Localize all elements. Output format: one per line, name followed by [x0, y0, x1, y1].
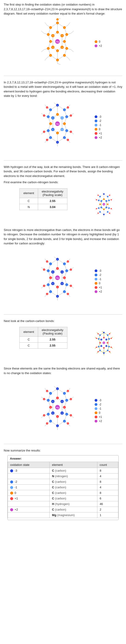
- molecule-4-svg: Mg N N N N C C C C C C C C C C C C C C H…: [24, 384, 91, 437]
- svg-text:N: N: [52, 129, 54, 130]
- molecule-cc-svg: Mg N N N N C C C C C C C C C C C C C C H…: [85, 325, 122, 364]
- cn-table-row-C: C 2.55: [20, 198, 67, 204]
- molecule-2-container: Mg N N N N C C C C C C C C C C C C C C: [4, 100, 122, 154]
- legend2-dot-0: [95, 115, 97, 118]
- legend2-dot-5: [95, 136, 97, 139]
- svg-text:H: H: [47, 140, 48, 141]
- svg-text:C: C: [64, 277, 65, 279]
- svg-text:N: N: [62, 35, 63, 36]
- count-cell-5: 6: [97, 496, 118, 501]
- svg-text:H: H: [98, 352, 98, 352]
- molecule-3-svg: Mg N N N N C C C C C C C C C C C C C C H…: [24, 254, 91, 308]
- count-cell-7: 2: [97, 507, 118, 512]
- svg-text:N: N: [52, 46, 54, 48]
- svg-text:C: C: [48, 34, 49, 36]
- svg-text:Mg: Mg: [103, 342, 105, 344]
- legend2-label-4: +1: [99, 132, 102, 135]
- svg-text:H: H: [67, 423, 68, 424]
- cn-bonds-text: With hydrogen out of the way, look at th…: [4, 165, 122, 178]
- svg-text:C: C: [64, 264, 65, 265]
- answer-label: Answer:: [8, 456, 118, 462]
- svg-text:N: N: [52, 117, 54, 119]
- post-cn-section: Mg N N N N C C C C C C C C C C C C C C H…: [0, 250, 126, 312]
- svg-text:H: H: [70, 115, 71, 116]
- svg-text:H: H: [67, 140, 68, 141]
- svg-text:C: C: [50, 421, 51, 422]
- count-cell-6: 46: [97, 501, 118, 507]
- svg-text:N: N: [52, 401, 54, 402]
- element-cell-4: C (carbon): [50, 490, 97, 496]
- count-cell-2: 8: [97, 479, 118, 484]
- cn-en-C: 2.55: [38, 198, 67, 204]
- svg-text:H: H: [96, 338, 97, 339]
- result-dot-4: [10, 492, 13, 494]
- legend3-label-3: 0: [99, 282, 100, 285]
- legend-3: -3 -2 -1 0 +1 +2: [95, 269, 102, 293]
- svg-text:H: H: [44, 269, 45, 270]
- svg-text:H: H: [109, 195, 110, 196]
- legend4-label-3: 0: [99, 411, 100, 414]
- cc-th-element: element: [20, 327, 38, 336]
- svg-text:C: C: [57, 259, 58, 260]
- svg-text:N: N: [52, 271, 54, 273]
- cn-table-header-row: element electronegativity(Pauling scale): [20, 188, 67, 198]
- element-cell-3: C (carbon): [50, 484, 97, 490]
- svg-text:C: C: [64, 137, 65, 138]
- answer-box: Answer: oxidation state element count -3…: [7, 455, 119, 520]
- results-table: oxidation state element count -3C (carbo…: [8, 462, 118, 518]
- svg-text:H: H: [47, 294, 48, 295]
- svg-text:C: C: [57, 268, 58, 270]
- molecule-1-svg: Mg N N N N C C C C C C C C C C C C C C: [24, 18, 91, 69]
- svg-text:Mg: Mg: [56, 123, 59, 125]
- legend-item-1: +2: [95, 44, 102, 48]
- count-cell-4: 8: [97, 490, 118, 496]
- cn-th-element: element: [20, 188, 38, 198]
- legend4-item-4: +1: [95, 415, 102, 418]
- count-cell-0: 8: [97, 468, 118, 473]
- svg-text:H: H: [44, 399, 45, 400]
- results-row-8: Mg (magnesium)1: [8, 512, 118, 518]
- count-cell-3: 4: [97, 484, 118, 490]
- svg-line-33: [71, 31, 74, 33]
- result-dot-2: [10, 480, 13, 484]
- svg-text:H: H: [111, 338, 112, 339]
- svg-text:H: H: [109, 352, 110, 352]
- molecule-1-container: Mg N N N N C C C C C C C C C C C C C C: [4, 18, 122, 69]
- legend3-dot-0: [95, 270, 97, 272]
- results-row-0: -3C (carbon)8: [8, 468, 118, 473]
- intro-text: The first step in finding the oxidation …: [4, 2, 122, 16]
- svg-text:C: C: [64, 291, 65, 292]
- svg-text:C: C: [57, 425, 58, 427]
- legend3-item-2: -1: [95, 278, 102, 281]
- svg-text:C: C: [66, 284, 67, 286]
- legend2-item-4: +1: [95, 132, 102, 135]
- legend3-label-4: +1: [99, 286, 102, 289]
- svg-line-37: [68, 58, 70, 60]
- molecule-3-container: Mg N N N N C C C C C C C C C C C C C C H…: [4, 254, 122, 308]
- count-cell-8: 1: [97, 512, 118, 518]
- cc-electronegativity-table: element electronegativity(Pauling scale)…: [19, 327, 67, 349]
- legend2-label-5: +2: [99, 136, 102, 139]
- legend2-label-0: -3: [99, 115, 101, 118]
- legend3-item-1: -2: [95, 273, 102, 276]
- oxidation-cell-1: [8, 473, 50, 479]
- oxidation-cell-6: [8, 501, 50, 507]
- svg-line-47: [45, 22, 47, 25]
- svg-text:C: C: [50, 27, 51, 28]
- svg-text:N: N: [62, 412, 63, 414]
- svg-text:H: H: [70, 269, 71, 270]
- svg-text:H: H: [47, 423, 48, 424]
- legend2-item-1: -2: [95, 119, 102, 122]
- legend-1: 0 +2: [95, 40, 102, 48]
- svg-text:H: H: [96, 200, 97, 200]
- svg-text:N: N: [106, 207, 107, 208]
- cc-table-row-C2: C 2.55: [20, 342, 67, 349]
- oxidation-cell-0: -3: [8, 468, 50, 473]
- molecule-cn-svg: Mg N N N N C C C C C C C C C C C C C C: [85, 186, 122, 226]
- results-th-oxidation: oxidation state: [8, 462, 50, 468]
- svg-text:N: N: [106, 339, 107, 340]
- legend2-item-0: -3: [95, 115, 102, 118]
- svg-text:C: C: [66, 414, 67, 415]
- svg-text:C: C: [57, 105, 58, 106]
- cc-bonds-text: Next look at the carbon-carbon bonds:: [4, 319, 122, 324]
